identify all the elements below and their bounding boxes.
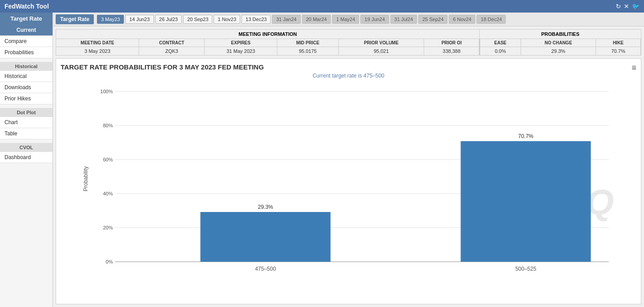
tab-19jun24[interactable]: 19 Jun24 xyxy=(360,15,389,24)
cell-mid-price: 95.0175 xyxy=(277,47,338,56)
twitter-icon[interactable]: 🐦 xyxy=(632,3,640,10)
cell-prior-volume: 95,021 xyxy=(338,47,424,56)
chart-menu-icon[interactable]: ≡ xyxy=(631,63,636,73)
chart-svg: Probability 100% 80% 60% 40% 20% 0% xyxy=(61,82,636,275)
sidebar-item-probabilities[interactable]: Probabilities xyxy=(0,47,53,58)
tab-1may24[interactable]: 1 May24 xyxy=(332,15,359,24)
bar-475-500 xyxy=(201,212,331,262)
sidebar-item-historical[interactable]: Historical xyxy=(0,71,53,82)
tab-14jun23[interactable]: 14 Jun23 xyxy=(125,15,153,24)
chart-container: TARGET RATE PROBABILITIES FOR 3 MAY 2023… xyxy=(56,58,641,304)
col-expires: EXPIRES xyxy=(205,39,277,47)
main-layout: Target Rate Current Compare Probabilitie… xyxy=(0,13,644,307)
chart-subtitle: Current target rate is 475–500 xyxy=(61,73,636,79)
sidebar-item-dashboard[interactable]: Dashboard xyxy=(0,152,53,163)
main-content: Target Rate 3 May2314 Jun2326 Jul2320 Se… xyxy=(53,13,644,307)
meeting-info-row: 3 May 2023 ZQK3 31 May 2023 95.0175 95,0… xyxy=(56,47,479,56)
tab-20sep23[interactable]: 20 Sep23 xyxy=(183,15,212,24)
bar-label-475-500: 29.3% xyxy=(258,204,273,210)
svg-text:80%: 80% xyxy=(103,123,113,128)
top-bar-icons: ↻ ✕ 🐦 xyxy=(616,3,640,10)
col-no-change: NO CHANGE xyxy=(521,39,596,47)
svg-text:60%: 60% xyxy=(103,157,113,162)
sidebar: Target Rate Current Compare Probabilitie… xyxy=(0,13,53,307)
cell-no-change: 29.3% xyxy=(521,47,596,56)
sidebar-group-historical: Historical xyxy=(0,62,53,71)
probabilities-header: PROBABILITIES xyxy=(480,30,641,39)
col-prior-volume: PRIOR VOLUME xyxy=(338,39,424,47)
top-bar: FedWatch Tool ↻ ✕ 🐦 xyxy=(0,0,644,13)
cell-prior-oi: 338,388 xyxy=(424,47,479,56)
tab-31jan24[interactable]: 31 Jan24 xyxy=(272,15,300,24)
probabilities-table: EASE NO CHANGE HIKE 0.0% 29.3% 70.7% xyxy=(480,39,641,55)
col-ease: EASE xyxy=(480,39,521,47)
tab-3may23[interactable]: 3 May23 xyxy=(97,15,124,24)
app-title: FedWatch Tool xyxy=(4,3,49,10)
y-axis-label: Probability xyxy=(83,166,89,191)
sidebar-item-compare[interactable]: Compare xyxy=(0,36,53,47)
refresh-icon[interactable]: ↻ xyxy=(616,3,621,10)
tab-20mar24[interactable]: 20 Mar24 xyxy=(302,15,331,24)
cell-hike: 70.7% xyxy=(596,47,641,56)
sidebar-divider-3 xyxy=(0,139,53,143)
sidebar-item-downloads[interactable]: Downloads xyxy=(0,82,53,93)
meeting-info-header: MEETING INFORMATION xyxy=(56,30,479,39)
tab-26jul23[interactable]: 26 Jul23 xyxy=(155,15,182,24)
sidebar-group-dot-plot: Dot Plot xyxy=(0,108,53,117)
cell-expires: 31 May 2023 xyxy=(205,47,277,56)
tab-18dec24[interactable]: 18 Dec24 xyxy=(477,15,506,24)
tabs-row: Target Rate 3 May2314 Jun2326 Jul2320 Se… xyxy=(53,13,644,26)
bar-label-500-525: 70.7% xyxy=(518,133,533,139)
cell-contract: ZQK3 xyxy=(139,47,205,56)
sidebar-divider-2 xyxy=(0,104,53,108)
sidebar-divider-1 xyxy=(0,58,53,62)
svg-text:100%: 100% xyxy=(100,89,113,94)
sidebar-target-rate[interactable]: Target Rate xyxy=(0,13,53,25)
col-mid-price: MID PRICE xyxy=(277,39,338,47)
target-rate-tab-label[interactable]: Target Rate xyxy=(56,14,94,24)
meeting-info-table: MEETING DATE CONTRACT EXPIRES MID PRICE … xyxy=(56,39,479,55)
sidebar-item-table[interactable]: Table xyxy=(0,128,53,139)
tab-1nov23[interactable]: 1 Nov23 xyxy=(214,15,240,24)
tab-6nov24[interactable]: 6 Nov24 xyxy=(449,15,475,24)
col-hike: HIKE xyxy=(596,39,641,47)
bar-x-label-475-500: 475–500 xyxy=(255,266,276,272)
sidebar-item-chart[interactable]: Chart xyxy=(0,117,53,128)
svg-text:0%: 0% xyxy=(106,259,113,264)
chart-svg-container: Probability 100% 80% 60% 40% 20% 0% xyxy=(61,82,636,275)
col-meeting-date: MEETING DATE xyxy=(56,39,139,47)
tabs-container: 3 May2314 Jun2326 Jul2320 Sep231 Nov2313… xyxy=(97,15,506,24)
sidebar-item-prior-hikes[interactable]: Prior Hikes xyxy=(0,93,53,104)
meeting-info-section: MEETING INFORMATION MEETING DATE CONTRAC… xyxy=(56,29,641,56)
close-icon[interactable]: ✕ xyxy=(624,3,629,10)
cell-meeting-date: 3 May 2023 xyxy=(56,47,139,56)
tab-13dec23[interactable]: 13 Dec23 xyxy=(241,15,271,24)
svg-text:40%: 40% xyxy=(103,191,113,196)
sidebar-item-current[interactable]: Current xyxy=(0,25,53,36)
tab-25sep24[interactable]: 25 Sep24 xyxy=(418,15,447,24)
col-contract: CONTRACT xyxy=(139,39,205,47)
svg-text:20%: 20% xyxy=(103,225,113,230)
bar-x-label-500-525: 500–525 xyxy=(515,266,536,272)
probabilities-row: 0.0% 29.3% 70.7% xyxy=(480,47,641,56)
bar-500-525 xyxy=(461,141,591,262)
tab-31jul24[interactable]: 31 Jul24 xyxy=(390,15,417,24)
chart-title: TARGET RATE PROBABILITIES FOR 3 MAY 2023… xyxy=(61,63,636,71)
col-prior-oi: PRIOR OI xyxy=(424,39,479,47)
sidebar-group-cvol: CVOL xyxy=(0,143,53,152)
cell-ease: 0.0% xyxy=(480,47,521,56)
